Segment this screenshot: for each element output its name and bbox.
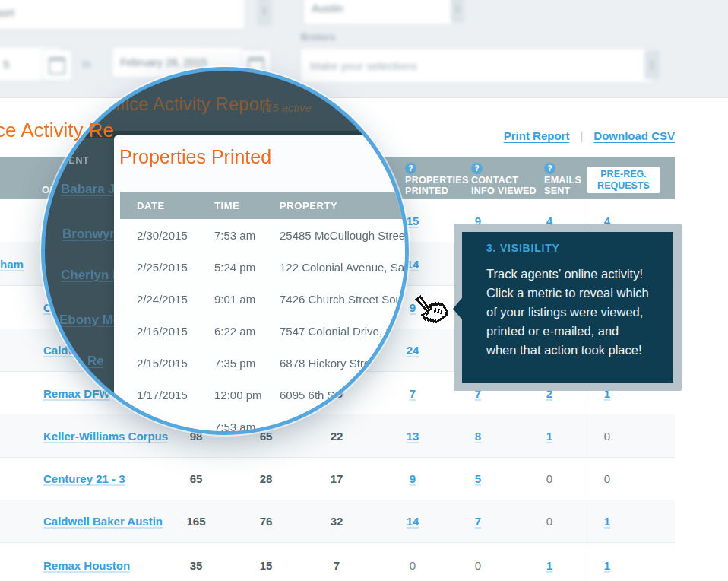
col-header-emails-sent: EMAILS SENT xyxy=(544,175,581,196)
link-separator: | xyxy=(580,129,583,142)
tooltip-arrow xyxy=(453,294,466,324)
table-row: Remax Houston 35 15 7 0 0 1 1 xyxy=(0,542,675,581)
popup-col-property: PROPERTY xyxy=(280,200,337,211)
agent-office-link[interactable]: Caldwell Baker Austin xyxy=(43,515,163,528)
properties-printed-value[interactable]: 7 xyxy=(410,386,416,399)
chevron-down-icon: ▼ xyxy=(455,8,461,14)
popup-date: 2/30/2015 xyxy=(137,229,188,242)
emails-sent-value[interactable]: 1 xyxy=(546,559,552,572)
popup-date: 2/25/2015 xyxy=(137,261,188,274)
magnified-active-agents-count: (15 active xyxy=(262,101,312,114)
prereg-requests-value[interactable]: 1 xyxy=(604,559,610,572)
popup-time: 6:22 am xyxy=(214,325,255,338)
metric-value: 15 xyxy=(260,559,273,572)
popup-row: 2/16/2015 6:22 am 7547 Colonial Drive, S… xyxy=(120,315,405,348)
report-actions: Print Report|Download CSV xyxy=(504,129,675,142)
contact-info-viewed-value: 0 xyxy=(475,559,481,572)
print-report-link[interactable]: Print Report xyxy=(504,129,570,142)
brokers-stepper[interactable]: ▲▼ xyxy=(644,50,660,79)
contact-info-viewed-value[interactable]: 7 xyxy=(475,515,481,528)
metric-value: 65 xyxy=(190,472,203,485)
popup-property: 7547 Colonial Drive, Sa xyxy=(280,325,400,338)
page-title: Office Activity Report xyxy=(0,119,114,142)
prereg-requests-value: 0 xyxy=(604,472,610,485)
properties-printed-value[interactable]: 14 xyxy=(407,515,419,528)
emails-sent-value: 0 xyxy=(546,515,552,528)
table-row: Caldwell Baker Austin 165 76 32 14 7 0 1 xyxy=(0,500,675,543)
city-input[interactable]: Austin xyxy=(304,0,456,24)
city-stepper[interactable]: ▲▼ xyxy=(451,0,464,23)
popup-date: 2/15/2015 xyxy=(137,357,188,370)
chevron-up-icon: ▲ xyxy=(650,59,655,65)
help-icon[interactable]: ? xyxy=(405,163,416,174)
metric-value: 32 xyxy=(331,515,343,528)
contact-info-viewed-value[interactable]: 5 xyxy=(475,472,481,485)
prereg-requests-button[interactable]: PRE-REG. REQUESTS xyxy=(587,167,660,193)
metric-value: 35 xyxy=(190,559,203,572)
table-row: Centurey 21 - 3 65 28 17 9 5 0 0 xyxy=(0,457,675,500)
popup-date: 1/17/2015 xyxy=(137,389,188,402)
agent-office-link[interactable]: Remax Houston xyxy=(43,559,130,572)
popup-col-time: TIME xyxy=(214,200,239,211)
properties-printed-value: 0 xyxy=(410,559,416,572)
popup-time: 7:53 am xyxy=(214,229,255,242)
popup-title: Properties Printed xyxy=(119,146,271,168)
chevron-up-icon: ▲ xyxy=(262,5,267,11)
properties-printed-value[interactable]: 15 xyxy=(407,214,419,227)
metric-value: 76 xyxy=(260,515,273,528)
help-icon[interactable]: ? xyxy=(544,163,555,174)
popup-time: 7:35 pm xyxy=(214,357,255,370)
popup-time: 7:53 am xyxy=(214,421,255,432)
metric-value: 17 xyxy=(331,472,343,485)
popup-date: 2/16/2015 xyxy=(137,325,188,338)
date-range-to-label: to xyxy=(82,58,91,70)
agent-office-link[interactable]: Remax DFW xyxy=(43,386,110,399)
popup-row: 2/25/2015 5:24 pm 122 Colonial Avenue, S… xyxy=(120,251,405,284)
report-type-input[interactable]: Report xyxy=(0,0,245,29)
agent-office-link[interactable]: Keller-Williams Corpus xyxy=(43,430,168,443)
agent-office-link[interactable]: Bronwyn xyxy=(62,227,118,242)
prereg-requests-value[interactable]: 1 xyxy=(604,515,610,528)
emails-sent-value: 0 xyxy=(546,472,552,485)
agent-office-link[interactable]: Cherlyn P xyxy=(61,268,121,283)
tooltip-title: 3. VISIBILITY xyxy=(486,242,560,254)
calendar-icon xyxy=(248,57,264,75)
hand-cursor-icon xyxy=(410,290,451,336)
metric-value: 65 xyxy=(260,430,273,443)
col-header-properties-printed: PROPERTIES PRINTED xyxy=(405,175,469,196)
office-activity-report-page: Report ▲▼ Austin ▲▼ Brokers 5 to Februar… xyxy=(0,0,728,581)
popup-property: 6878 Hickory Stree xyxy=(280,357,377,370)
agent-office-link[interactable]: Ebony Me xyxy=(59,313,120,328)
report-type-stepper[interactable]: ▲▼ xyxy=(257,0,272,26)
popup-property: 25485 McCullough Street La xyxy=(280,229,405,242)
filter-bar: Report ▲▼ Austin ▲▼ Brokers 5 to Februar… xyxy=(0,0,728,98)
popup-row: 2/24/2015 9:01 am 7426 Church Street Sou… xyxy=(120,283,405,316)
emails-sent-value[interactable]: 1 xyxy=(546,430,552,443)
agent-office-link[interactable]: Re xyxy=(87,354,104,369)
magnified-agent-header: ENT xyxy=(68,154,90,166)
properties-printed-value[interactable]: 13 xyxy=(407,430,419,443)
properties-printed-value[interactable]: 24 xyxy=(407,344,419,357)
metric-value: 28 xyxy=(260,472,273,485)
properties-printed-value[interactable]: 9 xyxy=(410,472,416,485)
download-csv-link[interactable]: Download CSV xyxy=(593,129,675,142)
chevron-up-icon: ▲ xyxy=(455,3,461,8)
agent-office-link[interactable]: ham xyxy=(0,257,24,270)
brokers-label: Brokers xyxy=(301,32,335,43)
metric-value: 22 xyxy=(331,430,343,443)
contact-info-viewed-value[interactable]: 8 xyxy=(475,430,481,443)
metric-value: 98 xyxy=(190,430,203,443)
help-icon[interactable]: ? xyxy=(471,163,483,174)
magnified-page-title: ffice Activity Report xyxy=(116,94,271,115)
agent-office-link[interactable]: Centurey 21 - 3 xyxy=(43,472,125,485)
metric-value: 165 xyxy=(186,515,205,528)
visibility-tooltip: 3. VISIBILITY Track agents’ online activ… xyxy=(454,224,682,391)
chevron-down-icon: ▼ xyxy=(650,65,655,70)
properties-printed-value[interactable]: 14 xyxy=(407,257,419,270)
popup-time: 12:00 pm xyxy=(214,389,262,402)
metric-value: 7 xyxy=(334,559,340,572)
date-from-calendar-button[interactable] xyxy=(43,50,71,81)
brokers-select[interactable]: Make your selections xyxy=(301,49,654,82)
prereg-requests-value: 0 xyxy=(604,430,610,443)
popup-table-header: DATE TIME PROPERTY xyxy=(120,192,405,219)
